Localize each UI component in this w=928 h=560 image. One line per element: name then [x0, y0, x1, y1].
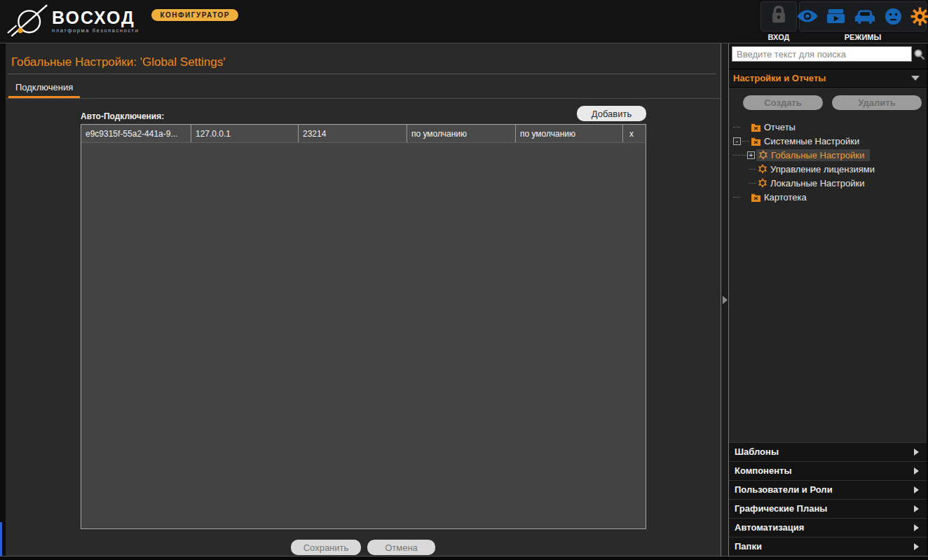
tree-item-card-index[interactable]: Картотека	[733, 190, 927, 204]
lock-icon	[768, 4, 789, 29]
selected-highlight: Гобальные Настройки	[756, 149, 870, 161]
main-content: Гобальные Настройки: 'Global Settings' П…	[0, 43, 721, 556]
tree-item-reports[interactable]: Отчеты	[733, 120, 927, 134]
auto-connections-label: Авто-Подключения:	[81, 111, 164, 121]
folder-icon	[751, 193, 761, 202]
app-title: ВОСХОД	[52, 9, 139, 27]
chevron-right-icon	[914, 449, 919, 456]
logo-text: ВОСХОД платформа безопасности	[52, 9, 139, 34]
modes-panel: РЕЖИМЫ	[798, 0, 927, 43]
cell-host: 127.0.0.1	[191, 125, 299, 142]
save-button[interactable]: Сохранить	[291, 540, 361, 555]
gear-icon	[758, 164, 767, 174]
top-header: ВОСХОД платформа безопасности КОНФИГУРАТ…	[0, 0, 928, 43]
folder-icon	[751, 137, 761, 146]
header-right: ВХОД	[760, 0, 928, 43]
delete-button[interactable]: Удалить	[832, 95, 922, 110]
tree-item-global-settings[interactable]: +	[733, 148, 927, 162]
accordion-graphic-plans[interactable]: Графические Планы	[729, 499, 927, 518]
login-button[interactable]	[760, 1, 797, 32]
accordion-users-roles[interactable]: Пользователи и Роли	[729, 480, 927, 499]
tree-item-label: Картотека	[764, 192, 807, 203]
connections-table: e9c9315f-55a2-441a-9... 127.0.0.1 23214 …	[81, 124, 646, 529]
chevron-right-icon	[914, 467, 919, 474]
accordion-label: Шаблоны	[735, 446, 779, 457]
section-settings-reports[interactable]: Настройки и Отчеты	[729, 69, 927, 88]
left-edge-artifact	[0, 522, 2, 556]
tree-item-label: Управление лицензиями	[770, 164, 875, 175]
add-button[interactable]: Добавить	[577, 106, 646, 121]
app-subtitle: платформа безопасности	[52, 27, 139, 34]
accordion-label: Графические Планы	[735, 503, 827, 514]
orbit-logo-icon	[7, 3, 48, 41]
cancel-button[interactable]: Отмена	[367, 540, 435, 555]
accordion-label: Пользователи и Роли	[735, 484, 833, 495]
panel-splitter[interactable]	[721, 43, 729, 556]
settings-tree: Отчеты - Системные Настройки	[729, 116, 927, 204]
cell-login-mode: по умолчанию	[407, 125, 516, 142]
tree-item-system-settings[interactable]: - Системные Настройки	[733, 134, 927, 148]
gear-icon	[758, 178, 767, 188]
bottom-strip	[0, 556, 928, 560]
section-header-label: Настройки и Отчеты	[733, 73, 826, 83]
cell-connection-id: e9c9315f-55a2-441a-9...	[81, 125, 191, 142]
row-remove-button[interactable]: x	[623, 125, 640, 142]
folder-icon	[751, 123, 761, 132]
login-panel: ВХОД	[760, 0, 798, 43]
accordion-templates[interactable]: Шаблоны	[729, 442, 927, 461]
tree-item-label: Отчеты	[764, 122, 796, 132]
tree-item-label: Гобальные Настройки	[771, 150, 864, 161]
connections-form: Авто-Подключения: Добавить e9c9315f-55a2…	[6, 99, 721, 556]
search-bar	[729, 43, 927, 64]
accordion-group: Шаблоны Компоненты Пользователи и Роли Г…	[729, 442, 927, 556]
accordion-components[interactable]: Компоненты	[729, 461, 927, 480]
tabs-bar: Подключения	[6, 79, 721, 99]
tree-item-license-management[interactable]: Управление лицензиями	[733, 162, 927, 176]
cell-password-mode: по умолчанию	[516, 125, 623, 142]
collapse-arrow-icon[interactable]	[723, 296, 728, 304]
logo: ВОСХОД платформа безопасности	[7, 3, 139, 41]
chevron-right-icon	[914, 524, 919, 531]
chevron-right-icon	[914, 486, 919, 493]
collapse-expander[interactable]: -	[733, 137, 741, 145]
tree-item-label: Локальные Настройки	[770, 178, 864, 189]
accordion-automation[interactable]: Автоматизация	[729, 518, 927, 537]
search-icon[interactable]	[913, 48, 925, 60]
chevron-down-icon	[911, 76, 920, 81]
chevron-right-icon	[914, 505, 919, 512]
table-row[interactable]: e9c9315f-55a2-441a-9... 127.0.0.1 23214 …	[81, 125, 646, 143]
gear-icon[interactable]	[910, 7, 928, 26]
settings-panel: Создать Удалить Отчеты	[729, 88, 927, 442]
tab-connections[interactable]: Подключения	[8, 79, 80, 98]
car-icon[interactable]	[854, 8, 876, 25]
cell-port: 23214	[299, 125, 407, 142]
page-title: Гобальные Настройки: 'Global Settings'	[6, 43, 721, 74]
app-window: ВОСХОД платформа безопасности КОНФИГУРАТ…	[0, 0, 928, 560]
configurator-badge: КОНФИГУРАТОР	[151, 9, 238, 21]
video-archive-icon[interactable]	[826, 8, 845, 25]
accordion-label: Папки	[735, 541, 762, 552]
accordion-folders[interactable]: Папки	[729, 537, 927, 556]
create-button[interactable]: Создать	[743, 95, 823, 110]
title-divider	[8, 74, 716, 74]
accordion-label: Автоматизация	[735, 522, 804, 533]
tree-item-local-settings[interactable]: Локальные Настройки	[733, 176, 927, 190]
chevron-right-icon	[914, 543, 919, 550]
tree-item-label: Системные Настройки	[764, 136, 859, 146]
accordion-label: Компоненты	[735, 465, 792, 476]
login-label: ВХОД	[760, 32, 798, 43]
face-icon[interactable]	[885, 8, 902, 25]
modes-label: РЕЖИМЫ	[798, 32, 927, 43]
expand-expander[interactable]: +	[747, 151, 755, 159]
gear-icon	[758, 150, 768, 160]
modes-box	[799, 1, 927, 32]
search-input[interactable]	[732, 46, 912, 62]
right-sidebar: Настройки и Отчеты Создать Удалить	[729, 43, 927, 556]
eye-icon[interactable]	[797, 9, 818, 23]
